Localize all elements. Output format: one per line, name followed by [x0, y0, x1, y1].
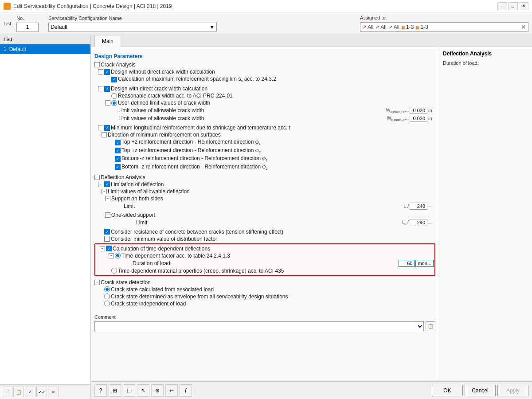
limit-plus-z-unit: in	[428, 108, 435, 113]
deflection-panel-title: Deflection Analysis	[443, 51, 528, 57]
assigned-tag-2: ↗ All	[375, 24, 386, 30]
limit-values-allowable-expand[interactable]: −	[102, 189, 107, 194]
undo-button[interactable]: ↩	[165, 384, 178, 397]
crack-analysis-expand[interactable]: −	[94, 62, 100, 67]
comment-area: Comment 📋	[94, 314, 435, 331]
title-bar: 🔧 Edit Serviceability Configuration | Co…	[0, 0, 532, 12]
maximize-button[interactable]: □	[508, 2, 518, 10]
name-dropdown[interactable]: Default ▼	[48, 23, 217, 31]
comment-dropdown[interactable]	[94, 321, 424, 331]
one-sided-expand[interactable]: −	[105, 212, 110, 218]
content-area: List 1 Default 📄 📋 ✓ ✓✓ ✕ Main	[0, 35, 532, 399]
select-button[interactable]: ⬚	[123, 384, 135, 397]
sidebar-item-label: Default	[9, 46, 26, 52]
crack-envelope-radio[interactable]	[104, 293, 110, 299]
name-label: Serviceability Configuration Name	[48, 16, 355, 21]
tab-main[interactable]: Main	[94, 35, 121, 47]
sidebar-copy-button[interactable]: 📋	[13, 387, 24, 397]
crack-independent-radio[interactable]	[104, 301, 110, 306]
crack-independent-expand-placeholder	[98, 301, 103, 306]
limit-both-value[interactable]: 240	[410, 203, 427, 210]
right-panel: Main Design Parameters − Crack Analysis …	[91, 35, 532, 399]
deflection-analysis-expand[interactable]: −	[94, 175, 100, 180]
user-defined-crack-radio[interactable]	[111, 100, 117, 106]
time-dependent-factor-expand[interactable]: −	[109, 253, 114, 258]
no-input[interactable]	[16, 23, 39, 31]
no-direct-crack-label: Design without direct crack width calcul…	[111, 69, 435, 75]
duration-of-load-values: mon...	[398, 260, 434, 267]
sidebar-delete-button[interactable]: ✕	[48, 387, 59, 397]
duration-unit-button[interactable]: mon...	[415, 260, 434, 267]
tab-bar: Main	[91, 35, 532, 47]
name-dropdown-value: Default	[51, 24, 67, 30]
top-plus-z-1-checkbox[interactable]: ✓	[115, 140, 121, 145]
direction-min-expand[interactable]: −	[102, 132, 107, 137]
minimize-button[interactable]: ─	[497, 2, 507, 10]
limit-one-value[interactable]: 240	[410, 219, 427, 226]
limit-both-item: Limit L / 240 --	[117, 202, 435, 210]
limitation-deflection-checkbox[interactable]: ✓	[104, 181, 110, 187]
reasonable-crack-item: Reasonable crack width acc. to ACI PRC-2…	[105, 92, 435, 99]
ok-button[interactable]: OK	[432, 385, 463, 396]
consider-minimum-checkbox[interactable]	[104, 236, 110, 242]
sidebar-item-default[interactable]: 1 Default	[0, 44, 90, 54]
no-direct-crack-expand[interactable]: −	[98, 69, 103, 74]
consider-resistance-checkbox[interactable]: ✓	[104, 229, 110, 235]
reasonable-crack-radio[interactable]	[111, 93, 117, 99]
direct-crack-checkbox[interactable]: ✓	[104, 86, 110, 92]
limit-one-formula: Lc /	[387, 219, 409, 226]
deflection-side-panel: Deflection Analysis Duration of load:	[439, 47, 532, 381]
time-dependent-factor-radio[interactable]	[115, 253, 121, 258]
min-longitudinal-expand[interactable]: −	[98, 125, 103, 130]
calc-time-dependent-checkbox[interactable]: ✓	[106, 246, 112, 251]
direct-crack-expand[interactable]: −	[98, 86, 103, 91]
max-reinf-label: Calculation of maximum reinforcement spa…	[118, 76, 435, 83]
grid-button[interactable]: ⊞	[109, 384, 121, 397]
assigned-section: Assigned to ↗ All ↗ All ↗ All ▦ 1-3	[360, 15, 528, 32]
crack-state-label: Crack state detection	[101, 279, 435, 286]
user-defined-crack-label: User-defined limit values of crack width	[118, 100, 435, 106]
top-plus-z-2-checkbox[interactable]: ✓	[115, 148, 121, 153]
sidebar-list-header: List	[0, 35, 90, 44]
main-container: List No. Serviceability Configuration Na…	[0, 12, 532, 399]
support-both-sides-expand[interactable]: −	[105, 196, 110, 201]
dropdown-arrow-icon: ▼	[209, 24, 215, 30]
apply-button[interactable]: Apply	[497, 385, 528, 396]
title-bar-controls[interactable]: ─ □ ✕	[497, 2, 528, 10]
limit-plus-z-value[interactable]: 0.020	[410, 107, 427, 114]
name-section: Serviceability Configuration Name Defaul…	[48, 16, 355, 31]
assigned-clear-button[interactable]: ✕	[521, 23, 526, 31]
no-direct-crack-item: − ✓ Design without direct crack width ca…	[98, 68, 435, 75]
limitation-deflection-expand[interactable]: −	[98, 182, 103, 187]
crack-assoc-load-radio[interactable]	[104, 286, 110, 292]
assigned-tag-5: ▦ 1-3	[415, 24, 428, 30]
design-params-header: Design Parameters	[94, 53, 435, 59]
time-dependent-factor-item: − Time-dependent factor acc. to table 24…	[109, 252, 434, 259]
max-reinf-checkbox[interactable]: ✓	[111, 77, 117, 82]
sidebar-new-button[interactable]: 📄	[2, 387, 12, 397]
comment-button[interactable]: 📋	[426, 321, 435, 331]
bottom-toolbar: ? ⊞ ⬚ ↖ ⊕ ↩ ƒ OK Cancel Apply	[91, 381, 532, 399]
cancel-button[interactable]: Cancel	[465, 385, 496, 396]
duration-value-input[interactable]	[399, 260, 415, 267]
bot-minus-z-1-checkbox[interactable]: ✓	[115, 156, 121, 162]
bot-minus-z-2-checkbox[interactable]: ✓	[115, 164, 121, 170]
help-button[interactable]: ?	[94, 384, 107, 397]
crack-analysis-group: − Crack Analysis	[94, 61, 435, 68]
limit-plus-z-formula: Wk,max,+z...	[386, 107, 409, 114]
crack-independent-item: Crack state independent of load	[98, 300, 435, 307]
sidebar-check-button[interactable]: ✓	[25, 387, 35, 397]
func-button[interactable]: ƒ	[180, 384, 192, 397]
calc-time-dependent-expand[interactable]: −	[100, 246, 105, 251]
move-button[interactable]: ⊕	[151, 384, 164, 397]
min-longitudinal-checkbox[interactable]: ✓	[104, 125, 110, 131]
limit-minus-z-value[interactable]: 0.020	[410, 115, 427, 122]
time-dependent-material-radio[interactable]	[111, 268, 117, 274]
user-defined-crack-expand[interactable]: −	[105, 100, 110, 106]
sidebar-check2-button[interactable]: ✓✓	[36, 387, 47, 397]
close-button[interactable]: ✕	[519, 2, 528, 10]
crack-independent-label: Crack state independent of load	[111, 301, 435, 307]
no-direct-crack-checkbox[interactable]: ✓	[104, 69, 110, 75]
arrow-button[interactable]: ↖	[137, 384, 149, 397]
crack-state-expand[interactable]: −	[94, 280, 100, 285]
